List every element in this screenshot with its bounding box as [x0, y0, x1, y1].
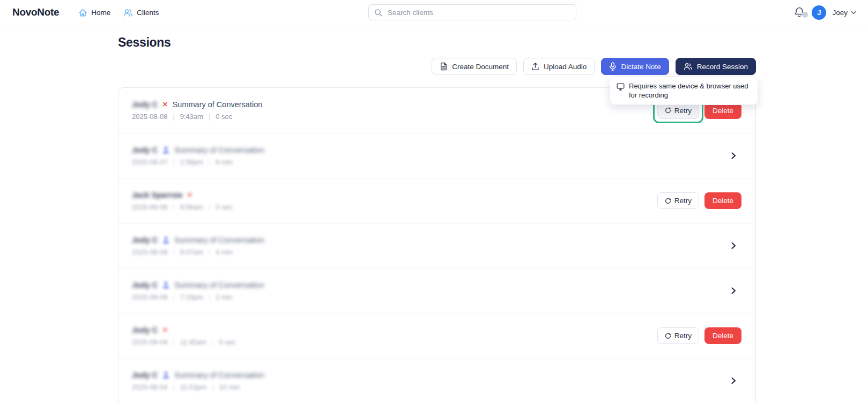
error-x-icon: × — [162, 100, 167, 109]
search-input[interactable] — [388, 9, 576, 17]
error-x-icon: × — [187, 191, 192, 199]
session-duration: 0 sec — [216, 203, 232, 211]
meta-separator: | — [209, 203, 210, 211]
session-info: Jody C Summary of Conversation 2025-08-0… — [132, 371, 264, 391]
search-icon — [374, 9, 382, 17]
session-info: Jody C × Summary of Conversation 2025-08… — [132, 100, 262, 121]
session-row[interactable]: Jody C Summary of Conversation 2025-08-0… — [118, 223, 755, 268]
chevron-right-icon[interactable] — [730, 287, 737, 295]
session-row[interactable]: Jody C Summary of Conversation 2025-08-0… — [118, 358, 755, 403]
client-name: Jody C — [132, 236, 158, 244]
client-name: Jody C — [132, 281, 158, 289]
nav-home[interactable]: Home — [78, 8, 110, 17]
session-info: Jody C × 2025-08-04 | 11:45am | 0 sec — [132, 326, 235, 346]
dictate-note-label: Dictate Note — [621, 63, 661, 71]
client-search[interactable] — [368, 4, 576, 20]
main-nav: Home Clients — [78, 8, 159, 17]
session-info: Jack Sparrow × 2025-08-08 | 9:56am | 0 s… — [132, 191, 232, 211]
avatar[interactable]: J — [812, 5, 826, 20]
clients-icon — [123, 8, 133, 17]
upload-audio-label: Upload Audio — [544, 63, 587, 71]
session-duration: 2 min — [216, 293, 233, 301]
session-info: Jody C Summary of Conversation 2025-08-0… — [132, 236, 264, 256]
header-right: J Joey — [794, 5, 856, 20]
create-document-label: Create Document — [452, 63, 509, 71]
error-x-icon: × — [162, 326, 167, 334]
record-session-button[interactable]: Record Session — [676, 58, 756, 75]
app-root: NovoNote Home Clients — [0, 0, 868, 404]
people-icon — [684, 62, 693, 71]
upload-icon — [531, 62, 539, 71]
recording-tooltip: Requires same device & browser used for … — [610, 76, 758, 105]
sessions-list: Jody C × Summary of Conversation 2025-08… — [118, 87, 756, 404]
client-name: Jody C — [132, 146, 158, 154]
session-date: 2025-08-07 — [132, 158, 168, 166]
notification-dot — [802, 12, 808, 18]
chevron-right-icon[interactable] — [730, 377, 737, 385]
meta-separator: | — [212, 338, 213, 346]
create-document-button[interactable]: Create Document — [432, 58, 517, 75]
session-date: 2025-08-08 — [132, 248, 168, 256]
meta-separator: | — [173, 248, 175, 256]
session-date: 2025-08-04 — [132, 338, 168, 346]
session-date: 2025-08-08 — [132, 113, 168, 121]
retry-label: Retry — [674, 107, 692, 115]
session-row[interactable]: Jody C Summary of Conversation 2025-08-0… — [118, 268, 755, 313]
row-actions — [730, 377, 741, 385]
session-title: Summary of Conversation — [174, 281, 264, 289]
session-info: Jody C Summary of Conversation 2025-08-0… — [132, 146, 264, 166]
session-time: 11:03pm — [180, 383, 207, 391]
session-date: 2025-08-04 — [132, 383, 168, 391]
user-name: Joey — [832, 9, 848, 17]
session-time: 11:45am — [180, 338, 207, 346]
notifications-button[interactable] — [794, 6, 806, 18]
upload-audio-button[interactable]: Upload Audio — [523, 58, 595, 75]
client-name: Jody C — [132, 326, 158, 334]
document-icon — [440, 62, 448, 71]
tooltip-text: Requires same device & browser used for … — [629, 81, 751, 100]
person-icon — [162, 236, 169, 244]
chevron-right-icon[interactable] — [730, 242, 737, 250]
session-info: Jody C Summary of Conversation 2025-08-0… — [132, 281, 264, 301]
session-date: 2025-08-08 — [132, 203, 168, 211]
session-duration: 4 min — [216, 248, 233, 256]
meta-separator: | — [173, 293, 175, 301]
user-menu[interactable]: Joey — [832, 9, 856, 17]
session-duration: 0 sec — [219, 338, 235, 346]
session-time: 7:19pm — [180, 293, 203, 301]
retry-highlight-wrap: Retry — [657, 192, 699, 209]
brand-logo[interactable]: NovoNote — [12, 6, 59, 18]
retry-button[interactable]: Retry — [657, 327, 699, 344]
top-nav: NovoNote Home Clients — [0, 0, 868, 25]
row-actions — [730, 287, 741, 295]
session-title: Summary of Conversation — [174, 146, 264, 154]
session-meta: 2025-08-08 | 7:19pm | 2 min — [132, 293, 264, 301]
nav-home-label: Home — [91, 9, 110, 17]
session-duration: 0 sec — [216, 113, 232, 121]
session-time: 9:43am — [180, 113, 203, 121]
meta-separator: | — [173, 203, 175, 211]
retry-icon — [665, 333, 671, 339]
retry-label: Retry — [674, 197, 692, 205]
person-icon — [162, 146, 169, 154]
retry-icon — [665, 198, 671, 204]
retry-button[interactable]: Retry — [657, 192, 699, 209]
chevron-right-icon[interactable] — [730, 152, 737, 160]
meta-separator: | — [212, 383, 213, 391]
session-row[interactable]: Jack Sparrow × 2025-08-08 | 9:56am | 0 s… — [118, 178, 755, 223]
delete-button[interactable]: Delete — [704, 327, 741, 344]
person-icon — [162, 281, 169, 289]
session-time: 9:07am — [180, 248, 203, 256]
page-title: Sessions — [118, 35, 171, 50]
dictate-note-button[interactable]: Dictate Note — [601, 58, 669, 75]
meta-separator: | — [173, 383, 175, 391]
session-time: 9:56am — [180, 203, 203, 211]
retry-label: Retry — [674, 332, 692, 340]
nav-clients[interactable]: Clients — [123, 8, 159, 17]
delete-button[interactable]: Delete — [704, 192, 741, 209]
session-date: 2025-08-08 — [132, 293, 168, 301]
session-row[interactable]: Jody C × 2025-08-04 | 11:45am | 0 sec — [118, 313, 755, 358]
session-time: 1:56pm — [180, 158, 203, 166]
session-row[interactable]: Jody C Summary of Conversation 2025-08-0… — [118, 133, 755, 178]
session-meta: 2025-08-04 | 11:03pm | 10 min — [132, 383, 264, 391]
